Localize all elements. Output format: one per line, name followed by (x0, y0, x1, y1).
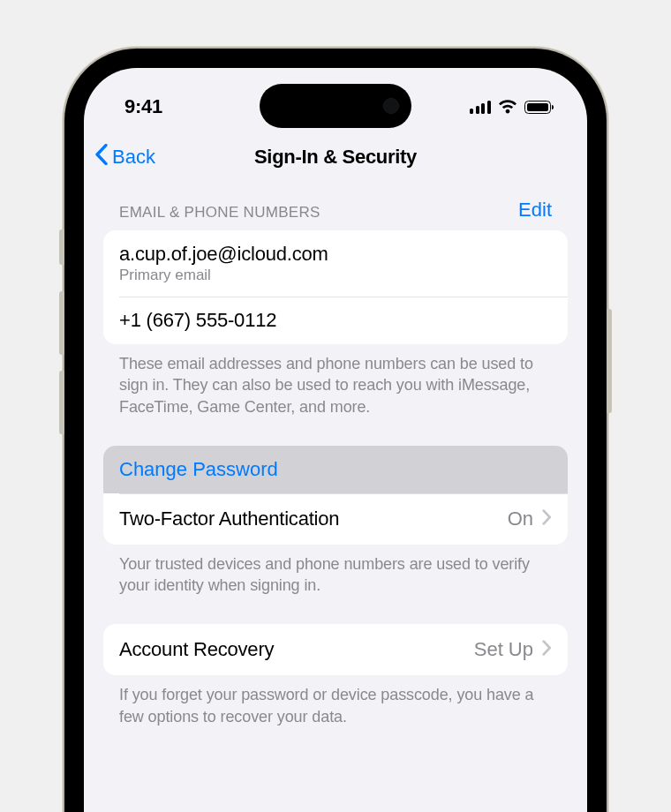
section-header-label: Email & Phone Numbers (119, 204, 320, 222)
recovery-footer: If you forget your password or device pa… (103, 675, 568, 727)
page-title: Sign-In & Security (254, 146, 417, 169)
recovery-group: Account Recovery Set Up (103, 624, 568, 675)
volume-down-button (59, 371, 64, 434)
phone-row[interactable]: +1 (667) 555-0112 (103, 297, 568, 344)
phone-frame: 9:41 (64, 49, 607, 812)
contacts-footer: These email addresses and phone numbers … (103, 344, 568, 417)
contacts-group: a.cup.of.joe@icloud.com Primary email +1… (103, 230, 568, 344)
status-icons (470, 100, 554, 114)
back-label: Back (112, 146, 155, 169)
two-factor-value: On (508, 508, 533, 530)
wifi-icon (498, 100, 517, 114)
status-time: 9:41 (124, 95, 162, 118)
back-button[interactable]: Back (94, 144, 155, 170)
cellular-signal-icon (470, 101, 491, 114)
password-group: Change Password Two-Factor Authenticatio… (103, 446, 568, 545)
email-subtitle: Primary email (119, 267, 552, 284)
side-button (607, 309, 612, 413)
two-factor-footer: Your trusted devices and phone numbers a… (103, 545, 568, 597)
two-factor-row[interactable]: Two-Factor Authentication On (103, 493, 568, 545)
chevron-right-icon (542, 640, 552, 659)
account-recovery-label: Account Recovery (119, 638, 274, 661)
phone-value: +1 (667) 555-0112 (119, 309, 552, 332)
edit-button[interactable]: Edit (518, 199, 552, 222)
two-factor-label: Two-Factor Authentication (119, 508, 339, 530)
navigation-bar: Back Sign-In & Security (84, 132, 587, 183)
screen: 9:41 (84, 68, 587, 812)
account-recovery-value: Set Up (474, 638, 533, 661)
change-password-button[interactable]: Change Password (103, 446, 568, 493)
email-value: a.cup.of.joe@icloud.com (119, 243, 552, 266)
section-header-contacts: Email & Phone Numbers Edit (103, 183, 568, 230)
chevron-right-icon (542, 509, 552, 529)
silence-switch (59, 229, 64, 265)
volume-up-button (59, 291, 64, 355)
change-password-label: Change Password (119, 458, 552, 481)
battery-icon (524, 101, 554, 114)
account-recovery-row[interactable]: Account Recovery Set Up (103, 624, 568, 675)
dynamic-island (260, 84, 411, 128)
front-camera-icon (383, 98, 399, 114)
chevron-left-icon (94, 144, 109, 170)
email-row[interactable]: a.cup.of.joe@icloud.com Primary email (103, 230, 568, 297)
